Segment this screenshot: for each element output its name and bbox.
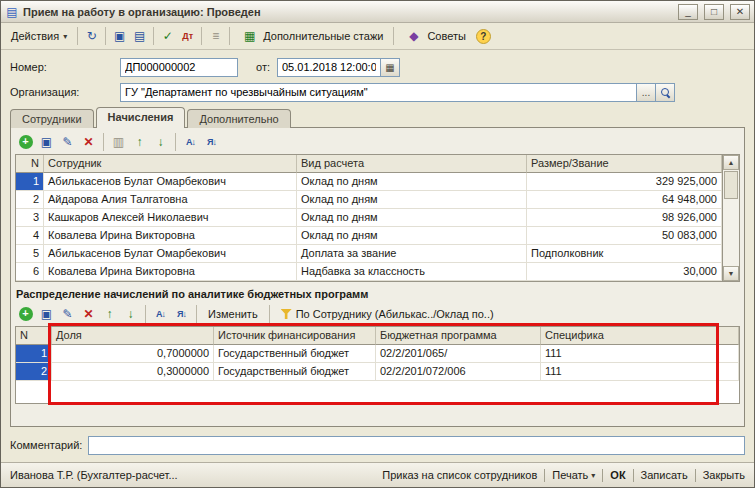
cell-calc-type[interactable]: Оклад по дням (297, 191, 527, 209)
cell-calc-type[interactable]: Надбавка за классность (297, 263, 527, 281)
column-header-calc-type[interactable]: Вид расчета (297, 155, 527, 173)
actions-button[interactable]: Действия ▾ (5, 26, 73, 47)
table-row[interactable]: 2 Айдарова Алия Талгатовна Оклад по дням… (16, 191, 722, 209)
structure-button[interactable]: ≡ (206, 27, 225, 46)
cell-budget-program[interactable]: 02/2/201/072/006 (376, 363, 541, 381)
change-button[interactable]: Изменить (202, 304, 264, 324)
vertical-scrollbar[interactable]: ▲ ▼ (723, 154, 740, 282)
add-row-button[interactable]: + (16, 305, 35, 324)
cell-size[interactable]: 329 925,000 (527, 173, 722, 191)
edit-row-button[interactable]: ✎ (58, 305, 77, 324)
sort-asc-button[interactable]: А↓ (181, 133, 200, 152)
cell-n[interactable]: 3 (16, 209, 44, 227)
scroll-down-icon[interactable]: ▼ (723, 266, 739, 281)
close-button[interactable]: Закрыть (703, 469, 745, 481)
cell-size[interactable]: 50 083,000 (527, 227, 722, 245)
additional-seniority-button[interactable]: ▦ Дополнительные стажи (234, 26, 389, 47)
organization-input[interactable] (120, 83, 637, 102)
cell-share[interactable]: 0,3000000 (52, 363, 214, 381)
tab-employees[interactable]: Сотрудники (10, 109, 94, 128)
move-up-button[interactable]: ↑ (130, 133, 149, 152)
comment-input[interactable] (88, 436, 745, 455)
tips-button[interactable]: ◆ Советы (398, 26, 471, 47)
organization-more-button[interactable]: ... (637, 83, 656, 102)
table-row[interactable]: 2 0,3000000 Государственный бюджет 02/2/… (16, 363, 739, 381)
move-down-button[interactable]: ↓ (151, 133, 170, 152)
save-button[interactable]: ▤ (130, 27, 149, 46)
cell-employee[interactable]: Ковалева Ирина Викторовна (44, 227, 297, 245)
scrollbar-thumb[interactable] (724, 171, 738, 199)
cell-employee[interactable]: Айдарова Алия Талгатовна (44, 191, 297, 209)
maximize-button[interactable]: □ (704, 4, 724, 20)
copy-row-button[interactable]: ▣ (37, 133, 56, 152)
sort-asc-button[interactable]: А↓ (151, 305, 170, 324)
refresh-button[interactable]: ↻ (82, 27, 101, 46)
column-header-n[interactable]: N (16, 155, 44, 173)
end-edit-button[interactable]: ▥ (109, 133, 128, 152)
filter-by-employee-button[interactable]: По Сотруднику (Абилькас../Оклад по..) (275, 304, 500, 324)
cell-calc-type[interactable]: Оклад по дням (297, 209, 527, 227)
help-icon[interactable]: ? (476, 29, 491, 44)
delete-row-button[interactable]: ✕ (79, 133, 98, 152)
copy-row-button[interactable]: ▣ (37, 305, 56, 324)
cell-n[interactable]: 1 (16, 173, 44, 191)
cell-employee[interactable]: Абилькасенов Булат Омарбекович (44, 173, 297, 191)
column-header-size[interactable]: Размер/Звание (527, 155, 722, 173)
calendar-icon[interactable]: ▦ (381, 58, 400, 77)
cell-n[interactable]: 5 (16, 245, 44, 263)
minimize-button[interactable]: _ (678, 4, 698, 20)
date-input[interactable] (277, 58, 381, 77)
scrollbar-track[interactable] (723, 200, 739, 266)
scroll-up-icon[interactable]: ▲ (723, 155, 739, 170)
table-row[interactable]: 3 Кашкаров Алексей Николаевич Оклад по д… (16, 209, 722, 227)
column-header-funding-source[interactable]: Источник финансирования (214, 327, 376, 345)
cell-size[interactable]: 64 948,000 (527, 191, 722, 209)
cell-specifics[interactable]: 111 (541, 363, 739, 381)
add-row-button[interactable]: + (16, 133, 35, 152)
table-row[interactable]: 1 Абилькасенов Булат Омарбекович Оклад п… (16, 173, 722, 191)
dtkt-movements-button[interactable]: Дт (178, 27, 197, 46)
ok-button[interactable]: ОК (610, 469, 625, 481)
column-header-budget-program[interactable]: Бюджетная программа (376, 327, 541, 345)
save-button[interactable]: Записать (641, 469, 688, 481)
cell-budget-program[interactable]: 02/2/201/065/ (376, 345, 541, 363)
table-row[interactable]: 4 Ковалева Ирина Викторовна Оклад по дня… (16, 227, 722, 245)
cell-n[interactable]: 2 (16, 191, 44, 209)
organization-lookup-button[interactable] (656, 83, 675, 102)
cell-funding-source[interactable]: Государственный бюджет (214, 345, 376, 363)
cell-n[interactable]: 4 (16, 227, 44, 245)
table-row[interactable]: 6 Ковалева Ирина Викторовна Надбавка за … (16, 263, 722, 281)
edit-row-button[interactable]: ✎ (58, 133, 77, 152)
cell-employee[interactable]: Ковалева Ирина Викторовна (44, 263, 297, 281)
cell-n[interactable]: 1 (16, 345, 52, 363)
close-button[interactable]: ✕ (730, 4, 750, 20)
column-header-share[interactable]: Доля (52, 327, 214, 345)
cell-n[interactable]: 2 (16, 363, 52, 381)
cell-employee[interactable]: Кашкаров Алексей Николаевич (44, 209, 297, 227)
number-input[interactable] (120, 58, 238, 77)
sort-desc-button[interactable]: Я↓ (172, 305, 191, 324)
cell-calc-type[interactable]: Доплата за звание (297, 245, 527, 263)
cell-share[interactable]: 0,7000000 (52, 345, 214, 363)
cell-size[interactable]: 98 926,000 (527, 209, 722, 227)
column-header-specifics[interactable]: Специфика (541, 327, 739, 345)
cell-size[interactable]: 30,000 (527, 263, 722, 281)
cell-specifics[interactable]: 111 (541, 345, 739, 363)
copy-button[interactable]: ▣ (110, 27, 129, 46)
tab-accruals[interactable]: Начисления (96, 107, 186, 128)
column-header-n[interactable]: N (16, 327, 52, 345)
cell-calc-type[interactable]: Оклад по дням (297, 173, 527, 191)
print-button[interactable]: Печать ▾ (552, 469, 595, 481)
current-user-link[interactable]: Иванова Т.Р. (Бухгалтер-расчет... (10, 469, 178, 481)
cell-employee[interactable]: Абилькасенов Булат Омарбекович (44, 245, 297, 263)
table-row[interactable]: 1 0,7000000 Государственный бюджет 02/2/… (16, 345, 739, 363)
post-document-button[interactable]: ✓ (158, 27, 177, 46)
cell-size[interactable]: Подполковник (527, 245, 722, 263)
move-up-button[interactable]: ↑ (100, 305, 119, 324)
move-down-button[interactable]: ↓ (121, 305, 140, 324)
delete-row-button[interactable]: ✕ (79, 305, 98, 324)
column-header-employee[interactable]: Сотрудник (44, 155, 297, 173)
employee-list-order-button[interactable]: Приказ на список сотрудников (382, 469, 537, 481)
sort-desc-button[interactable]: Я↓ (202, 133, 221, 152)
tab-additional[interactable]: Дополнительно (187, 109, 290, 128)
